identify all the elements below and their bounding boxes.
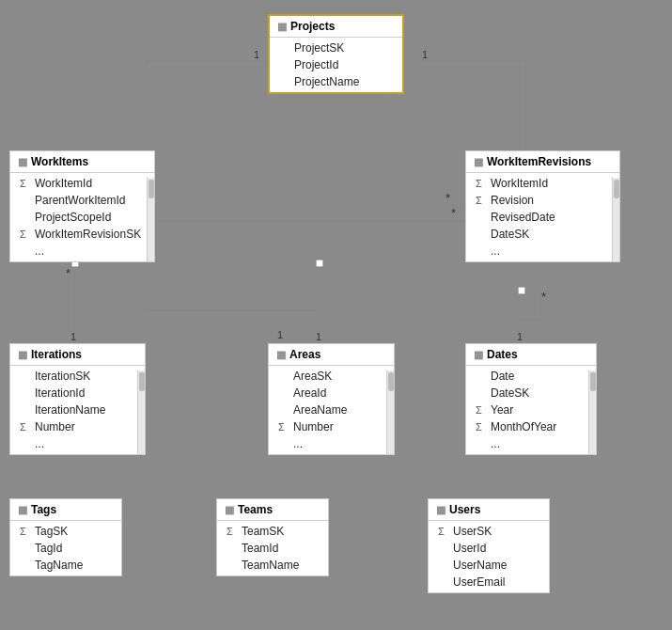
table-dates-rows: Date DateSK ΣYear ΣMonthOfYear ... <box>466 366 596 454</box>
table-workitems-rows: ΣWorkItemId ParentWorkItemId ProjectScop… <box>10 173 154 261</box>
list-item: ParentWorkItemId <box>10 192 154 209</box>
table-workitemrevisions-rows: ΣWorkItemId ΣRevision RevisedDate DateSK… <box>466 173 619 261</box>
list-item: UserEmail <box>429 574 549 591</box>
table-dates-title: Dates <box>487 348 518 361</box>
list-item: ... <box>10 435 145 452</box>
list-item: ProjectScopeId <box>10 209 154 226</box>
list-item: ΣWorkItemId <box>466 175 619 192</box>
table-tags-icon: ▦ <box>18 504 27 516</box>
list-item: IterationSK <box>10 368 145 385</box>
table-workitemrevisions[interactable]: ▦ WorkItemRevisions ΣWorkItemId ΣRevisio… <box>465 150 620 262</box>
table-teams-rows: ΣTeamSK TeamId TeamName <box>217 521 328 575</box>
table-areas-title: Areas <box>289 348 320 361</box>
table-projects-title: Projects <box>290 20 335 33</box>
table-iterations-title: Iterations <box>31 348 82 361</box>
list-item: ΣYear <box>466 402 596 418</box>
list-item: ΣWorkItemId <box>10 175 154 192</box>
table-iterations[interactable]: ▦ Iterations IterationSK IterationId Ite… <box>9 343 146 455</box>
diagram-canvas: 1 * 1 * 1 * * * 1 * 1 1 <box>0 0 672 630</box>
table-projects-rows: ProjectSK ProjectId ProjectName <box>270 38 402 92</box>
list-item: ΣNumber <box>10 418 145 435</box>
table-users-icon: ▦ <box>436 504 445 516</box>
list-item: DateSK <box>466 226 619 243</box>
svg-text:1: 1 <box>277 329 283 340</box>
table-areas-header: ▦ Areas <box>269 344 394 366</box>
table-teams[interactable]: ▦ Teams ΣTeamSK TeamId TeamName <box>216 498 329 576</box>
list-item: ... <box>10 243 154 260</box>
table-tags-rows: ΣTagSK TagId TagName <box>10 521 121 575</box>
list-item: ... <box>466 243 619 260</box>
table-workitems-title: WorkItems <box>31 155 88 168</box>
table-teams-icon: ▦ <box>225 504 234 516</box>
iterations-scrollbar[interactable] <box>137 370 145 454</box>
svg-text:1: 1 <box>70 331 76 342</box>
list-item: ProjectName <box>270 73 402 90</box>
table-workitems-header: ▦ WorkItems <box>10 151 154 173</box>
workitemrevisions-scrollbar[interactable] <box>612 178 619 261</box>
table-workitemrevisions-icon: ▦ <box>474 156 483 168</box>
list-item: ProjectSK <box>270 39 402 56</box>
table-workitemrevisions-header: ▦ WorkItemRevisions <box>466 151 619 173</box>
list-item: ProjectId <box>270 56 402 73</box>
table-users-header: ▦ Users <box>429 499 549 521</box>
table-teams-header: ▦ Teams <box>217 499 328 521</box>
svg-text:*: * <box>451 206 456 220</box>
list-item: ΣRevision <box>466 192 619 209</box>
list-item: IterationId <box>10 385 145 402</box>
table-dates-header: ▦ Dates <box>466 344 596 366</box>
table-users-rows: ΣUserSK UserId UserName UserEmail <box>429 521 549 592</box>
list-item: UserName <box>429 557 549 574</box>
table-iterations-icon: ▦ <box>18 349 27 361</box>
list-item: ΣTeamSK <box>217 523 328 540</box>
list-item: TeamId <box>217 540 328 557</box>
table-tags[interactable]: ▦ Tags ΣTagSK TagId TagName <box>9 498 122 576</box>
list-item: AreaName <box>269 402 394 418</box>
list-item: ΣUserSK <box>429 523 549 540</box>
table-iterations-header: ▦ Iterations <box>10 344 145 366</box>
svg-text:1: 1 <box>422 49 428 60</box>
list-item: DateSK <box>466 385 596 402</box>
list-item: ΣTagSK <box>10 523 121 540</box>
table-dates-icon: ▦ <box>474 349 483 361</box>
table-workitems[interactable]: ▦ WorkItems ΣWorkItemId ParentWorkItemId… <box>9 150 155 262</box>
svg-text:*: * <box>541 290 546 304</box>
table-workitemrevisions-title: WorkItemRevisions <box>487 155 591 168</box>
table-areas-rows: AreaSK AreaId AreaName ΣNumber ... <box>269 366 394 454</box>
list-item: ... <box>269 435 394 452</box>
svg-text:1: 1 <box>517 331 523 342</box>
dates-scrollbar[interactable] <box>588 370 596 454</box>
list-item: UserId <box>429 540 549 557</box>
table-teams-title: Teams <box>238 503 273 516</box>
list-item: Date <box>466 368 596 385</box>
list-item: TagName <box>10 557 121 574</box>
svg-rect-24 <box>316 260 323 267</box>
list-item: AreaId <box>269 385 394 402</box>
table-projects-icon: ▦ <box>277 21 287 33</box>
table-iterations-rows: IterationSK IterationId IterationName ΣN… <box>10 366 145 454</box>
list-item: TagId <box>10 540 121 557</box>
table-dates[interactable]: ▦ Dates Date DateSK ΣYear ΣMonthOfYear .… <box>465 343 597 455</box>
svg-text:*: * <box>445 191 450 205</box>
svg-text:*: * <box>66 266 70 280</box>
table-workitems-icon: ▦ <box>18 156 27 168</box>
list-item: TeamName <box>217 557 328 574</box>
table-users[interactable]: ▦ Users ΣUserSK UserId UserName UserEmai… <box>428 498 550 593</box>
table-projects[interactable]: ▦ Projects ProjectSK ProjectId ProjectNa… <box>268 14 404 94</box>
svg-rect-30 <box>518 287 525 294</box>
areas-scrollbar[interactable] <box>386 370 394 454</box>
svg-text:1: 1 <box>254 49 259 60</box>
list-item: ΣNumber <box>269 418 394 435</box>
table-areas[interactable]: ▦ Areas AreaSK AreaId AreaName ΣNumber .… <box>268 343 395 455</box>
list-item: ... <box>466 435 596 452</box>
table-areas-icon: ▦ <box>276 349 286 361</box>
list-item: AreaSK <box>269 368 394 385</box>
list-item: ΣWorkItemRevisionSK <box>10 226 154 243</box>
svg-text:1: 1 <box>316 331 321 342</box>
table-users-title: Users <box>449 503 480 516</box>
table-tags-title: Tags <box>31 503 56 516</box>
table-tags-header: ▦ Tags <box>10 499 121 521</box>
list-item: RevisedDate <box>466 209 619 226</box>
workitems-scrollbar[interactable] <box>147 178 154 261</box>
list-item: ΣMonthOfYear <box>466 418 596 435</box>
table-projects-header: ▦ Projects <box>270 16 402 38</box>
